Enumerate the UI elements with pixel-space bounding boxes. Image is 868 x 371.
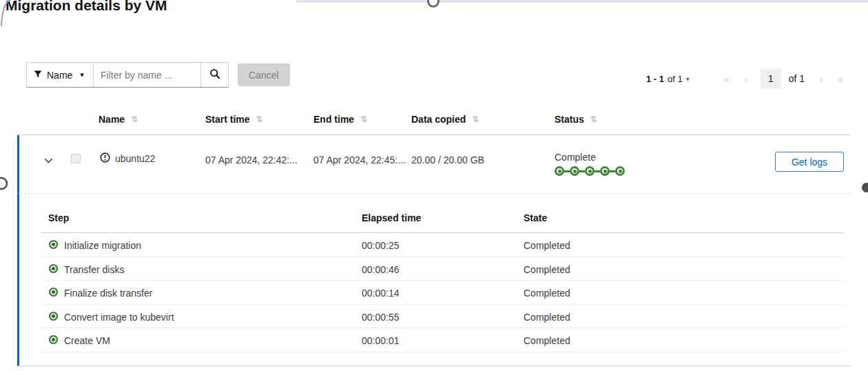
step-row: Convert image to kubevirt 00:00:55 Compl… [41, 305, 844, 329]
sort-icon: ⇅ [131, 114, 138, 124]
step-success-icon [48, 287, 59, 299]
search-icon [209, 68, 220, 81]
step-name: Transfer disks [64, 264, 124, 275]
steps-column-elapsed: Elapsed time [362, 212, 421, 223]
search-button[interactable] [200, 63, 228, 87]
caret-down-icon: ▾ [686, 75, 690, 83]
current-page-input[interactable] [761, 68, 781, 89]
chevron-down-icon [44, 156, 53, 166]
step-elapsed: 00:00:25 [362, 240, 400, 251]
pipeline-progress-dots [555, 166, 625, 176]
table-header-row: Name ⇅ Start time ⇅ End time ⇅ Data copi… [17, 107, 851, 135]
column-header-label: End time [313, 114, 354, 125]
pipeline-step-connector [610, 170, 615, 172]
step-elapsed: 00:00:55 [362, 312, 400, 323]
caret-down-icon: ▾ [80, 70, 84, 79]
pipeline-step-connector [579, 170, 585, 172]
step-state: Completed [524, 335, 570, 346]
vm-name-cell: ubuntu22 [100, 152, 155, 165]
sort-icon: ⇅ [256, 114, 263, 124]
step-row: Transfer disks 00:00:46 Completed [41, 257, 844, 281]
column-header-name[interactable]: Name ⇅ [99, 114, 138, 125]
step-row: Finalize disk transfer 00:00:14 Complete… [41, 281, 844, 305]
step-state: Completed [524, 288, 570, 299]
sort-icon: ⇅ [590, 114, 597, 124]
column-header-label: Status [555, 114, 584, 125]
filter-funnel-icon [34, 70, 42, 81]
end-time-cell: 07 Apr 2024, 22:45:... [313, 154, 406, 166]
filter-by-name-input[interactable] [94, 63, 200, 87]
step-state: Completed [524, 312, 570, 323]
step-success-icon [48, 334, 59, 347]
column-header-status[interactable]: Status ⇅ [555, 114, 597, 125]
column-header-label: Data copied [411, 114, 466, 125]
pagination-range: 1 - 1 [646, 74, 664, 84]
step-name: Initialize migration [64, 240, 141, 251]
previous-page-button[interactable]: ‹ [736, 69, 756, 88]
next-page-button[interactable]: › [812, 69, 831, 88]
column-header-label: Start time [205, 114, 250, 125]
pipeline-step-connector [564, 170, 570, 172]
column-header-label: Name [99, 114, 125, 125]
step-row: Create VM 00:00:01 Completed [41, 328, 844, 352]
step-success-icon [48, 239, 59, 252]
step-success-icon [48, 311, 59, 323]
step-success-icon [48, 263, 59, 276]
start-time-cell: 07 Apr 2024, 22:42:... [205, 154, 298, 166]
pipeline-step-dot [555, 166, 564, 176]
first-page-button[interactable]: « [717, 69, 736, 88]
step-elapsed: 00:00:01 [362, 335, 400, 346]
step-name: Convert image to kubevirt [64, 312, 174, 323]
pagination: 1 - 1 of 1 ▾ « ‹ of 1 › » [646, 68, 850, 89]
pagination-range-suffix: of 1 [668, 74, 683, 84]
cancel-button[interactable]: Cancel [238, 63, 290, 86]
column-header-end-time[interactable]: End time ⇅ [313, 114, 367, 125]
vm-details-section: Step Elapsed time State Initialize migra… [17, 194, 851, 366]
filter-field-dropdown[interactable]: Name ▾ [27, 63, 94, 87]
pagination-menu-toggle[interactable]: 1 - 1 of 1 ▾ [646, 74, 690, 84]
last-page-button[interactable]: » [831, 69, 850, 88]
selection-handle-left-icon [0, 178, 7, 189]
step-name: Finalize disk transfer [64, 288, 152, 299]
sort-icon: ⇅ [360, 114, 367, 124]
step-state: Completed [524, 240, 570, 251]
page-title: Migration details by VM [6, 0, 167, 14]
status-label: Complete [555, 152, 596, 163]
steps-column-step: Step [48, 212, 69, 223]
pipeline-step-connector [595, 170, 600, 172]
filter-field-label: Name [47, 70, 72, 81]
sort-icon: ⇅ [472, 114, 479, 124]
pipeline-step-dot [585, 166, 595, 176]
selection-handle-right-icon [862, 183, 868, 192]
step-state: Completed [524, 264, 570, 275]
pipeline-step-dot [600, 166, 610, 176]
column-header-start-time[interactable]: Start time ⇅ [205, 114, 263, 125]
pipeline-step-dot [570, 166, 579, 176]
get-logs-button[interactable]: Get logs [775, 152, 844, 172]
steps-column-state: State [524, 212, 547, 223]
pagination-nav: « ‹ of 1 › » [717, 68, 850, 89]
page-count-label: of 1 [789, 73, 805, 84]
pipeline-step-dot [615, 166, 625, 176]
vm-concerns-info-icon[interactable] [100, 152, 110, 165]
step-name: Create VM [64, 335, 110, 346]
filter-toolbar: Name ▾ [26, 62, 229, 88]
status-cell: Complete [555, 152, 625, 176]
steps-header-row: Step Elapsed time State [41, 194, 844, 233]
selection-handle-top-icon [428, 0, 439, 7]
row-select-checkbox[interactable] [71, 154, 81, 163]
step-elapsed: 00:00:46 [362, 264, 400, 275]
data-copied-cell: 20.00 / 20.00 GB [411, 154, 484, 166]
vm-name: ubuntu22 [115, 153, 155, 164]
column-header-data-copied[interactable]: Data copied ⇅ [411, 114, 479, 125]
vm-table-row: ubuntu22 07 Apr 2024, 22:42:... 07 Apr 2… [17, 135, 851, 194]
step-row: Initialize migration 00:00:25 Completed [41, 233, 844, 257]
row-expand-toggle[interactable] [41, 153, 56, 168]
step-elapsed: 00:00:14 [362, 288, 400, 299]
steps-table: Step Elapsed time State Initialize migra… [41, 194, 844, 352]
